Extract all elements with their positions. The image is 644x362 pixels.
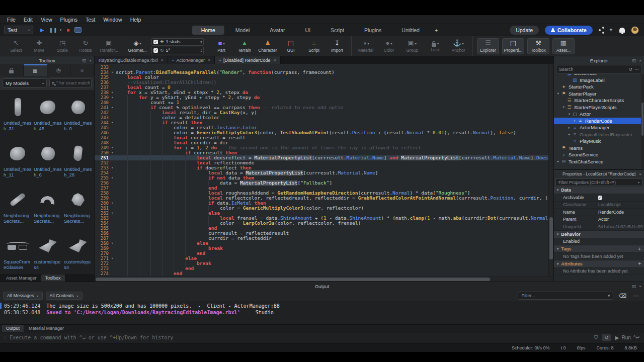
add-tags-button[interactable]: + xyxy=(638,246,641,252)
test-mode-dropdown[interactable]: Test▾ xyxy=(4,26,33,34)
close-icon[interactable]: × xyxy=(639,172,641,176)
property-row-classname[interactable]: ClassNameLocalScript xyxy=(554,202,644,209)
add-tab-button[interactable]: + xyxy=(431,27,442,33)
explorer-item-soundservice[interactable]: ♪SoundService xyxy=(554,151,644,158)
history-icon[interactable]: ↺ xyxy=(602,334,611,341)
anchor-button[interactable]: ⚓▾Anchor xyxy=(447,39,469,54)
menu-item-edit[interactable]: Edit xyxy=(20,17,37,23)
fold-arrow-icon[interactable]: ▾ xyxy=(109,90,116,95)
rotate-button[interactable]: ↻Rotate xyxy=(74,39,97,54)
script-button[interactable]: ≡Script xyxy=(303,39,325,54)
editor-vertical-scrollbar[interactable] xyxy=(548,64,553,277)
toolbox-asset-neighboring-secrets[interactable]: Neighboring Secrets... xyxy=(3,187,32,233)
explorer-item-originalunifiedraycaster[interactable]: ▸≡OriginalUnifiedRaycaster xyxy=(554,131,644,138)
property-value[interactable]: RenderCode xyxy=(595,210,644,215)
toolbox-tab-creations[interactable]: ☼ xyxy=(70,64,94,76)
toolbox-asset-customslopes4[interactable]: customslopes4 xyxy=(63,233,93,274)
fold-arrow-icon[interactable]: ▾ xyxy=(109,241,116,246)
character-button[interactable]: ♟Character xyxy=(257,39,279,54)
toolbox-search-input[interactable]: " for exact match xyxy=(49,78,92,87)
clear-output-icon[interactable]: ⌫ xyxy=(618,293,626,299)
explorer-item-starterpack[interactable]: ✦StarterPack xyxy=(554,83,644,90)
code-line-261[interactable]: 261color = GenericMultiplyColor3(color, … xyxy=(95,206,553,211)
color-button[interactable]: ●▾Color xyxy=(378,39,400,54)
toolbox-tab-recent[interactable]: ◷ xyxy=(47,64,71,76)
material-button[interactable]: ◑▾Material xyxy=(355,39,377,54)
code-line-249[interactable]: 249▾for i = 1, 2 do -- the second one is… xyxy=(95,145,553,150)
snap-grid-stepper[interactable]: ▴▾ xyxy=(200,40,202,44)
close-icon[interactable]: × xyxy=(639,58,641,63)
tree-expand-arrow-icon[interactable]: ▸ xyxy=(567,126,572,130)
toolbox-asset-untitled-mesh-11[interactable]: Untitled_mesh_11 xyxy=(3,140,32,187)
property-value[interactable]: 6d1abca1b02c5d1c09... xyxy=(595,224,644,229)
add-attributes-button[interactable]: + xyxy=(638,261,641,266)
toolbox-asset-untitled-mesh-45[interactable]: Untitled_mesh_45 xyxy=(33,94,62,140)
property-row-parent[interactable]: ParentActor xyxy=(554,216,644,224)
menu-item-help[interactable]: Help xyxy=(126,17,145,23)
property-row-name[interactable]: NameRenderCode xyxy=(554,209,644,216)
dock-tab-output[interactable]: Output xyxy=(2,325,24,332)
fold-arrow-icon[interactable]: ▾ xyxy=(109,211,116,216)
section-collapse-arrow-icon[interactable]: ▾ xyxy=(557,188,558,192)
code-line-268[interactable]: 268▾else xyxy=(95,241,553,246)
toolbox-tab-marketplace[interactable] xyxy=(0,64,24,76)
property-value[interactable]: ✓ xyxy=(595,195,644,200)
gui-button[interactable]: ▤GUI xyxy=(280,39,302,54)
popout-icon[interactable]: ◱ xyxy=(632,58,636,63)
tab-home[interactable]: Home xyxy=(192,26,224,35)
toolbox-asset-untitled-mesh-28[interactable]: Untitled_mesh_28 xyxy=(63,140,93,187)
fold-arrow-icon[interactable]: ▾ xyxy=(109,150,116,155)
notifications-bell-icon[interactable] xyxy=(619,28,625,33)
document-tab-raytracingeditableimage-rbxl[interactable]: RaytracingEditableImage.rbxl× xyxy=(95,56,168,64)
tree-expand-arrow-icon[interactable]: ▸ xyxy=(573,119,577,123)
terrain-button[interactable]: ▲Terrain xyxy=(233,39,256,54)
explorer-item-startercharacterscripts[interactable]: ☰StarterCharacterScripts xyxy=(554,97,644,104)
fold-arrow-icon[interactable]: ▾ xyxy=(109,175,116,180)
toolbox-asset-squareframeglasses[interactable]: SquareFrameGlasses xyxy=(3,233,32,274)
fold-arrow-icon[interactable]: ▾ xyxy=(109,165,116,170)
code-line-244[interactable]: 244▾if result then xyxy=(95,120,553,125)
collaborate-button[interactable]: Collaborate xyxy=(545,26,593,35)
pause-button[interactable]: ❚❚ xyxy=(49,28,58,33)
code-line-251[interactable]: 251local doesreflect = MaterialPropertyL… xyxy=(95,155,553,160)
snap-angle-control[interactable]: ✓↻5°▴▾ xyxy=(151,47,204,54)
asset-button[interactable]: ▦Asset... xyxy=(552,38,575,54)
code-line-274[interactable]: 274end xyxy=(95,271,553,276)
tab-script[interactable]: Script xyxy=(321,26,353,35)
code-line-271[interactable]: 271▾else xyxy=(95,256,553,261)
code-line-254[interactable]: 254local data = MaterialPropertyList[cur… xyxy=(95,170,553,175)
code-area[interactable]: 233234▾script.Parent:BindToMessageParall… xyxy=(95,64,553,277)
code-line-256[interactable]: 256data = MaterialPropertyList["Fallback… xyxy=(95,180,553,186)
code-line-252[interactable]: 252local reflectionmode xyxy=(95,160,553,165)
code-line-265[interactable]: 265end xyxy=(95,226,553,231)
snap-angle-checkbox[interactable]: ✓ xyxy=(153,48,158,53)
explorer-button[interactable]: ☰Explorer xyxy=(477,38,499,54)
toolbox-asset-untitled-mesh-0[interactable]: Untitled_mesh_0 xyxy=(63,94,93,140)
explorer-item-actor[interactable]: ▾▢Actor xyxy=(554,111,644,118)
code-line-273[interactable]: 273end xyxy=(95,266,553,271)
explorer-item-textchatservice[interactable]: ▸✉TextChatService xyxy=(554,158,644,165)
toolbox-asset-untitled-mesh-31[interactable]: Untitled_mesh_31 xyxy=(3,94,32,140)
close-icon[interactable]: × xyxy=(89,58,92,63)
toolbox-button[interactable]: ⚒Toolbox xyxy=(527,38,549,54)
menu-item-test[interactable]: Test xyxy=(82,17,99,23)
tree-expand-arrow-icon[interactable]: ▸ xyxy=(567,132,572,136)
lock-button[interactable]: ▾Lock xyxy=(424,39,446,53)
explorer-item-imagelabel[interactable]: ▨ImageLabel xyxy=(554,77,644,84)
menu-item-view[interactable]: View xyxy=(37,17,56,23)
more-options-icon[interactable]: ⋯ xyxy=(634,67,639,72)
close-tab-icon[interactable]: × xyxy=(274,58,276,63)
tree-expand-arrow-icon[interactable]: ▾ xyxy=(556,92,560,96)
fold-arrow-icon[interactable]: ▾ xyxy=(109,95,116,100)
toolbox-asset-neighboring-secrets[interactable]: Neighboring Secrets... xyxy=(33,187,62,233)
run-command-button[interactable]: ▶ Run ^↵ xyxy=(615,335,640,340)
tab-ui[interactable]: UI xyxy=(296,26,320,35)
command-bar[interactable]: ⁝ Execute a command with ^↵ or use ^+Up/… xyxy=(0,332,644,343)
tree-expand-arrow-icon[interactable]: ▾ xyxy=(561,105,566,109)
tree-expand-arrow-icon[interactable]: ▾ xyxy=(567,112,572,116)
popout-icon[interactable]: ◱ xyxy=(632,172,636,176)
output-filter-input[interactable]: Filter...▾ xyxy=(518,292,613,300)
code-line-264[interactable]: 264color = LerpColor3s(color, reflectcol… xyxy=(95,221,553,226)
dock-tab-toolbox[interactable]: Toolbox xyxy=(41,275,65,282)
toolbox-category-dropdown[interactable]: My Models▾ xyxy=(3,78,47,87)
